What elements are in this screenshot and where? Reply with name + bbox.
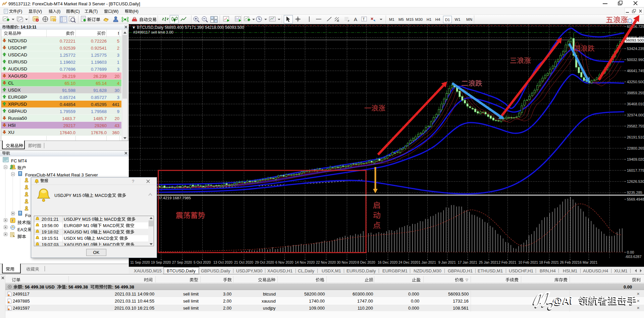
svg-text:▼ BTCUSD,Daily 56893.400 5717: ▼ BTCUSD,Daily 56893.400 57171.390 54218… bbox=[132, 25, 244, 30]
svg-text:1 Jan 2021: 1 Jan 2021 bbox=[419, 260, 436, 264]
svg-text:13 Oct 2020: 13 Oct 2020 bbox=[213, 260, 232, 264]
svg-text:5 Oct 2020: 5 Oct 2020 bbox=[194, 260, 211, 264]
svg-text:16 Dec 2020: 16 Dec 2020 bbox=[378, 260, 398, 264]
svg-text:#2499117 sell limit 3.00: #2499117 sell limit 3.00 bbox=[133, 30, 173, 34]
svg-text:18 Feb 2021: 18 Feb 2021 bbox=[539, 260, 559, 264]
svg-text:27 Sep 2020: 27 Sep 2020 bbox=[172, 260, 192, 264]
svg-text:53424.235: 53424.235 bbox=[627, 47, 644, 51]
svg-text:39859.255: 39859.255 bbox=[627, 91, 644, 95]
svg-text:22800.265: 22800.265 bbox=[627, 146, 644, 150]
svg-text:6 Mar 2021: 6 Mar 2021 bbox=[580, 260, 597, 264]
svg-text:60206.725: 60206.725 bbox=[627, 24, 644, 29]
svg-text:2 Feb 2021: 2 Feb 2021 bbox=[498, 260, 516, 264]
svg-text:29 Oct 2020: 29 Oct 2020 bbox=[255, 260, 274, 264]
svg-text:11 Sep 2020: 11 Sep 2020 bbox=[130, 260, 150, 264]
svg-text:07.4219 1687.7985: 07.4219 1687.7985 bbox=[158, 196, 191, 200]
svg-text:46641.745: 46641.745 bbox=[627, 69, 644, 73]
svg-text:43250.500: 43250.500 bbox=[627, 80, 644, 84]
svg-text:26191.510: 26191.510 bbox=[627, 135, 644, 139]
svg-text:26 Feb 2021: 26 Feb 2021 bbox=[560, 260, 580, 264]
svg-text:24 Dec 2020: 24 Dec 2020 bbox=[398, 260, 419, 264]
svg-text:29582.755: 29582.755 bbox=[627, 124, 644, 128]
svg-text:19 Sep 2020: 19 Sep 2020 bbox=[151, 260, 171, 264]
svg-text:10 Feb 2021: 10 Feb 2021 bbox=[518, 260, 538, 264]
svg-text:12626.530: 12626.530 bbox=[627, 179, 644, 183]
svg-text:30 Nov 2020: 30 Nov 2020 bbox=[337, 260, 357, 264]
svg-text:14 Nov 2020: 14 Nov 2020 bbox=[295, 260, 315, 264]
svg-text:9235.285: 9235.285 bbox=[627, 191, 642, 195]
svg-text:16017.775: 16017.775 bbox=[627, 168, 644, 172]
svg-text:17 Jan 2021: 17 Jan 2021 bbox=[458, 260, 477, 264]
svg-text:6 Nov 2020: 6 Nov 2020 bbox=[275, 260, 293, 264]
svg-text:22 Nov 2020: 22 Nov 2020 bbox=[316, 260, 336, 264]
svg-text:8 Dec 2020: 8 Dec 2020 bbox=[357, 260, 375, 264]
svg-text:9 Jan 2021: 9 Jan 2021 bbox=[438, 260, 456, 264]
svg-text:5569.4948: 5569.4948 bbox=[627, 197, 644, 201]
svg-text:0.00: 0.00 bbox=[627, 250, 634, 254]
svg-text:32974.000: 32974.000 bbox=[627, 113, 644, 117]
svg-text:25 Jan 2021: 25 Jan 2021 bbox=[479, 260, 498, 264]
svg-text:36468.010: 36468.010 bbox=[627, 102, 644, 106]
svg-text:21 Oct 2020: 21 Oct 2020 bbox=[234, 260, 253, 264]
svg-text:50032.990: 50032.990 bbox=[627, 58, 644, 62]
svg-text:56093.500: 56093.500 bbox=[626, 38, 644, 42]
svg-text:19409.020: 19409.020 bbox=[627, 157, 644, 161]
svg-text:-603.6287: -603.6287 bbox=[625, 255, 642, 259]
